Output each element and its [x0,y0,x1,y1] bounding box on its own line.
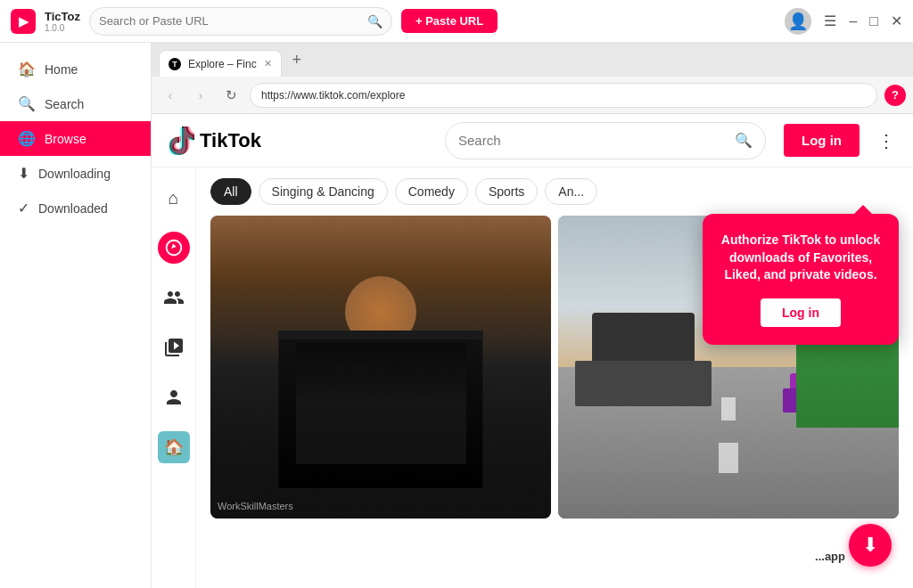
tab-label: Explore – Finc [188,58,257,70]
app-name: TicToz [45,10,80,23]
menu-button[interactable]: ☰ [824,12,836,29]
sidebar-item-downloading-label: Downloading [38,167,111,181]
sidebar-item-downloaded[interactable]: ✓ Downloaded [0,191,151,225]
tiktok-search-input[interactable] [458,133,728,148]
close-button[interactable]: ✕ [891,12,902,29]
tiktok-more-button[interactable]: ⋮ [877,130,895,151]
downloading-icon: ⬇ [18,165,29,182]
refresh-button[interactable]: ↻ [219,84,243,107]
back-button[interactable]: ‹ [159,84,182,107]
browser-tab[interactable]: T Explore – Finc ✕ [159,50,282,77]
window-controls: 👤 ☰ – □ ✕ [785,8,902,35]
new-tab-button[interactable]: + [285,48,308,71]
tiktok-header: TikTok 🔍 Log in ⋮ [152,114,913,167]
app-info: TicToz 1.0.0 [45,10,80,33]
tiktok-home-icon[interactable]: ⌂ [158,182,190,214]
auth-popup-text: Authorize TikTok to unlock downloads of … [720,232,881,284]
tiktok-body: ⌂ [152,167,913,588]
browser-area: T Explore – Finc ✕ + ‹ › ↻ https://www.t… [152,43,913,588]
sidebar-item-downloaded-label: Downloaded [38,201,108,216]
sidebar: 🏠 Home 🔍 Search 🌐 Browse ⬇ Downloading ✓… [0,43,152,588]
category-tabs: All Singing & Dancing Comedy Sports An.. [196,167,913,216]
tiktok-logo: TikTok [169,127,261,155]
tiktok-search-button[interactable]: 🔍 [735,132,753,149]
browse-icon: 🌐 [18,130,36,147]
sidebar-item-home-label: Home [45,62,78,77]
category-tab-all[interactable]: All [210,178,251,205]
titlebar: ▶ TicToz 1.0.0 🔍 + Paste URL 👤 ☰ – □ ✕ [0,0,913,43]
tiktok-login-button[interactable]: Log in [784,124,860,157]
tiktok-content: TikTok 🔍 Log in ⋮ ⌂ [152,114,913,588]
tiktok-friends-icon[interactable] [158,282,190,314]
tiktok-special-icon[interactable]: 🏠 [158,431,190,463]
url-text: https://www.tiktok.com/explore [261,89,405,102]
category-tab-anime[interactable]: An... [545,178,597,205]
sidebar-item-downloading[interactable]: ⬇ Downloading [0,156,151,191]
tiktok-sidebar: ⌂ [152,167,196,588]
category-tab-comedy[interactable]: Comedy [395,178,468,205]
title-search-icon: 🔍 [367,14,382,29]
title-search-bar[interactable]: 🔍 [89,7,392,36]
address-bar: ‹ › ↻ https://www.tiktok.com/explore ? [152,77,913,114]
tiktok-search-bar[interactable]: 🔍 [445,122,766,159]
title-search-input[interactable] [99,14,362,28]
sidebar-item-search[interactable]: 🔍 Search [0,86,151,121]
category-tab-sports[interactable]: Sports [475,178,538,205]
sidebar-item-browse[interactable]: 🌐 Browse [0,121,151,156]
tiktok-logo-text: TikTok [200,129,261,152]
app-version: 1.0.0 [45,23,80,33]
category-tab-singing[interactable]: Singing & Dancing [259,178,388,205]
tiktok-video-icon[interactable] [158,331,190,363]
maximize-button[interactable]: □ [869,13,878,29]
sidebar-item-home[interactable]: 🏠 Home [0,52,151,86]
home-icon: 🏠 [18,61,36,78]
help-button[interactable]: ? [884,85,906,106]
tab-favicon: T [169,58,181,70]
search-icon: 🔍 [18,95,36,112]
auth-popup-login-button[interactable]: Log in [761,298,841,327]
app-logo: ▶ [11,9,36,34]
tiktok-compass-icon[interactable] [158,232,190,264]
url-bar[interactable]: https://www.tiktok.com/explore [250,83,877,108]
sidebar-item-browse-label: Browse [45,132,86,146]
download-fab-button[interactable]: ⬇ [849,524,892,567]
sidebar-item-search-label: Search [45,97,84,111]
auth-popup: Authorize TikTok to unlock downloads of … [703,214,899,345]
video-1-label: WorkSkillMasters [218,501,293,511]
minimize-button[interactable]: – [849,13,857,29]
tab-bar: T Explore – Finc ✕ + [152,43,913,77]
tab-close-icon[interactable]: ✕ [264,58,272,69]
downloaded-icon: ✓ [18,200,29,216]
paste-url-button[interactable]: + Paste URL [401,9,498,33]
tiktok-person-icon[interactable] [158,381,190,413]
forward-button[interactable]: › [189,84,212,107]
app-label: ...app [815,550,845,563]
video-card-1[interactable]: WorkSkillMasters [210,216,551,519]
avatar[interactable]: 👤 [785,8,811,35]
